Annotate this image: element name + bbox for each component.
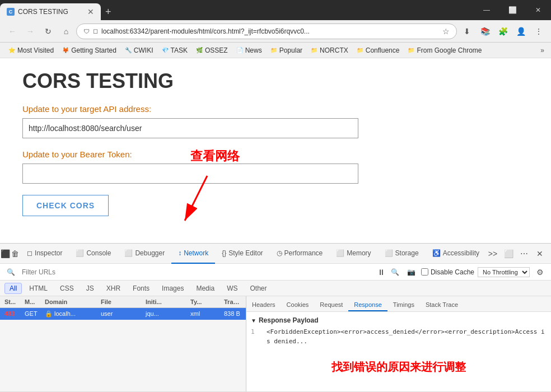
menu-icon[interactable]: ⋮ [531,24,547,39]
row-initiator: jqu... [143,309,188,319]
col-type: Ty... [188,297,222,306]
popular-icon: 📁 [270,46,278,54]
devtools-actions: >> ⬜ ⋯ ✕ [486,247,551,260]
type-btn-fonts[interactable]: Fonts [128,283,155,294]
disable-cache-checkbox[interactable] [421,268,428,276]
response-payload-header: ▼ Response Payload [251,316,547,324]
lock-icon: ◻ [93,27,98,35]
tab-close-button[interactable]: ✕ [87,7,94,16]
bookmark-news[interactable]: 📄 News [232,45,265,55]
type-btn-other[interactable]: Other [245,283,272,294]
bookmark-task[interactable]: 💎 TASK [158,45,191,55]
extensions-icon[interactable]: 🧩 [495,24,511,39]
type-btn-xhr[interactable]: XHR [101,283,125,294]
network-list: St... M... Domain File Initi... Ty... Tr… [0,296,246,391]
chrome-folder-icon: 📁 [407,46,415,54]
bookmark-most-visited[interactable]: ⭐ Most Visited [4,45,57,55]
devtools-close-button[interactable]: ✕ [533,247,547,260]
token-label: Update to your Bearer Token: [22,150,529,159]
throttling-settings-button[interactable]: ⚙ [533,265,547,279]
detail-tab-cookies[interactable]: Cookies [281,299,315,311]
network-icon: ↕ [178,249,181,257]
devtools-tab-debugger[interactable]: ⬜ Debugger [118,244,171,264]
type-btn-all[interactable]: All [4,283,22,294]
type-btn-js[interactable]: JS [81,283,99,294]
devtools-clear-button[interactable]: 🗑 [10,247,20,260]
news-icon: 📄 [236,46,244,54]
devtools-more-button[interactable]: >> [486,247,499,260]
devtools-tab-console[interactable]: ⬜ Console [69,244,118,264]
detail-tabs: Headers Cookies Request Response Timings… [246,296,551,312]
address-bar[interactable]: 🛡 ◻ localhost:63342/parent-modules/html/… [76,24,457,39]
debugger-icon: ⬜ [124,249,133,257]
new-tab-button[interactable]: + [101,4,116,20]
camera-filter-button[interactable]: 📷 [405,267,418,277]
throttling-select[interactable]: No Throttling [478,267,530,277]
devtools-tab-performance[interactable]: ◷ Performance [270,244,330,264]
accessibility-icon: ♿ [432,249,441,257]
star-icon: ⭐ [8,46,16,54]
firefox-icon: 🦊 [62,46,69,54]
back-button[interactable]: ← [4,24,20,39]
bookmark-from-google-chrome[interactable]: 📁 From Google Chrome [404,45,485,55]
minimize-button[interactable]: — [474,0,499,20]
tab-favicon: C [7,8,15,16]
devtools-tab-style-editor[interactable]: {} Style Editor [215,244,269,264]
devtools-tab-storage[interactable]: ⬜ Storage [378,244,426,264]
row-transfer: 838 B [222,309,244,319]
bookmark-getting-started[interactable]: 🦊 Getting Started [58,45,120,55]
type-btn-css[interactable]: CSS [55,283,79,294]
token-input[interactable] [22,164,358,184]
col-method: M... [22,297,43,306]
close-button[interactable]: ✕ [525,0,551,20]
devtools-tab-network[interactable]: ↕ Network [171,244,215,264]
type-btn-html[interactable]: HTML [24,283,53,294]
row-type: xml [188,309,222,319]
table-row[interactable]: 483 GET 🔒 localh... user jqu... xml 838 … [0,308,246,320]
payload-expand-icon[interactable]: ▼ [251,318,256,324]
devtools-pick-element[interactable]: ⬛ [0,247,10,260]
bookmark-norctx[interactable]: 📁 NORCTX [307,45,352,55]
profile-icon[interactable]: 👤 [513,24,529,39]
devtools-dock-button[interactable]: ⬜ [502,247,515,260]
api-input[interactable] [22,118,358,138]
devtools-tab-memory[interactable]: ⬜ Memory [329,244,377,264]
filter-icon-button[interactable]: 🔍 [4,267,17,277]
download-icon[interactable]: ⬇ [459,24,475,39]
bookmark-cwiki[interactable]: 🔧 CWIKI [121,45,157,55]
detail-tab-timings[interactable]: Timings [387,299,420,311]
task-icon: 💎 [161,46,169,54]
col-transfer: Transfer... [222,297,244,306]
disable-cache-label: Disable Cache [421,268,474,276]
type-btn-ws[interactable]: WS [222,283,242,294]
bookmarks-more-button[interactable]: » [538,45,547,55]
search-filter-button[interactable]: 🔍 [389,267,401,277]
check-cors-button[interactable]: CHECK CORS [22,195,109,216]
nav-bar: ← → ↻ ⌂ 🛡 ◻ localhost:63342/parent-modul… [0,20,551,43]
col-file: File [99,297,143,306]
col-status: St... [2,297,22,306]
maximize-button[interactable]: ⬜ [499,0,525,20]
type-btn-images[interactable]: Images [157,283,189,294]
detail-tab-headers[interactable]: Headers [246,299,281,311]
pause-icon[interactable]: ⏸ [377,268,385,277]
devtools-tab-inspector[interactable]: ◻ Inspector [20,244,69,264]
devtools-tab-accessibility[interactable]: ♿ Accessibility [426,244,486,264]
detail-tab-stack-trace[interactable]: Stack Trace [420,299,464,311]
row-status: 483 [2,309,22,319]
forward-button[interactable]: → [22,24,38,39]
home-button[interactable]: ⌂ [58,24,74,39]
detail-tab-response[interactable]: Response [348,299,387,311]
bookmark-popular[interactable]: 📁 Popular [267,45,306,55]
bookmark-confluence[interactable]: 📁 Confluence [353,45,403,55]
detail-tab-request[interactable]: Request [314,299,348,311]
cwiki-icon: 🔧 [124,46,132,54]
type-btn-media[interactable]: Media [191,283,220,294]
devtools-overflow-button[interactable]: ⋯ [517,247,531,260]
bookmark-star-icon[interactable]: ☆ [442,27,450,36]
refresh-button[interactable]: ↻ [40,24,56,39]
bookmark-ossez[interactable]: 🌿 OSSEZ [192,45,231,55]
active-tab[interactable]: C CORS TESTING ✕ [0,3,101,20]
filter-urls-input[interactable] [22,268,373,276]
reading-list-icon[interactable]: 📚 [477,24,493,39]
